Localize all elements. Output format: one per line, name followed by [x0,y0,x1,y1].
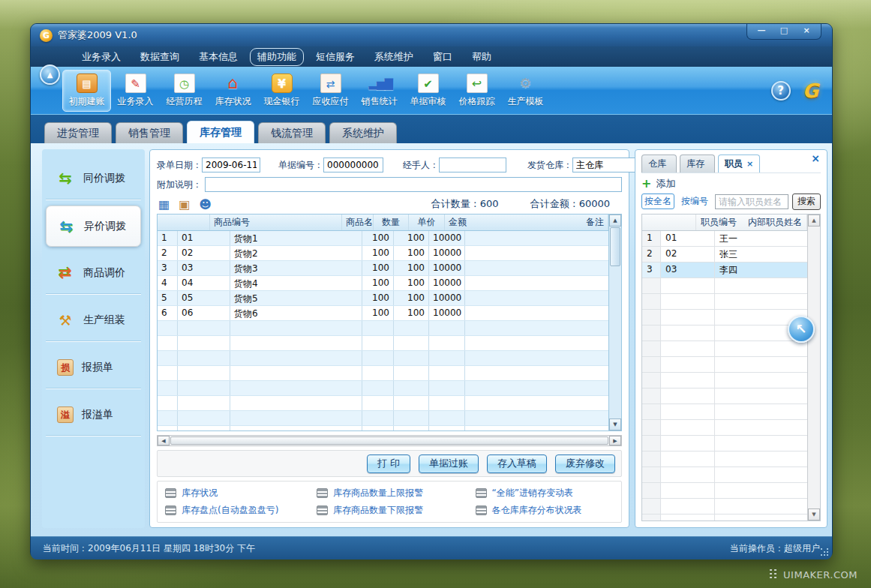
picker-icon[interactable]: ☻ [199,197,212,212]
staff-table-vscrollbar[interactable]: ▲ ▼ [807,214,820,520]
toolbar-item[interactable]: ✔ 单据审核 [404,70,452,112]
toolbar-item[interactable]: ↩ 价格跟踪 [452,70,501,112]
staff-row[interactable]: 2 02 张三 [642,247,807,262]
table-row[interactable]: 1 01 货物1 100 100 10000 [158,231,608,246]
doc-no-input[interactable] [323,158,383,172]
picker-icon[interactable]: ▦ [158,197,170,212]
staff-row[interactable] [642,404,807,420]
close-button[interactable]: × [797,26,816,37]
toolbar-item[interactable]: ⇄ 应收应付 [306,70,355,112]
toolbar-item[interactable]: ¥ 现金银行 [257,70,306,112]
table-row[interactable]: 5 05 货物5 100 100 10000 [158,291,608,306]
table-row[interactable]: 3 03 货物3 100 100 10000 [158,261,608,276]
staff-row[interactable] [642,514,807,520]
scroll-up-icon[interactable]: ▲ [609,214,621,226]
help-icon[interactable]: ? [771,81,791,100]
table-row[interactable] [158,336,608,351]
table-row[interactable] [158,381,608,396]
action-button[interactable]: 存入草稿 [487,454,547,473]
picker-icon[interactable]: ▣ [179,197,190,212]
date-input[interactable] [202,158,260,172]
menu-item[interactable]: 基本信息 [191,48,245,66]
lookup-tab[interactable]: 库存 [680,154,715,172]
toolbar-item[interactable]: ⚙ 生产模板 [501,70,550,112]
report-link[interactable]: 库存状况 [165,487,317,500]
menu-item[interactable]: 数据查询 [133,48,187,66]
table-row[interactable] [158,396,608,411]
sidebar-item[interactable]: ⚒ 生产组装 [46,300,141,341]
warehouse-input[interactable] [572,158,635,172]
lookup-tab[interactable]: 职员 × [718,154,760,172]
menu-item[interactable]: 系统维护 [367,48,421,66]
staff-row[interactable] [642,483,807,499]
scroll-down-icon[interactable]: ▼ [808,508,820,520]
staff-row[interactable] [642,310,807,326]
table-row[interactable] [158,411,608,426]
toolbar-item[interactable]: ⌂ 库存状况 [209,70,257,112]
table-row[interactable] [158,321,608,336]
staff-row[interactable] [642,436,807,452]
scroll-up-icon[interactable]: ▲ [808,214,820,226]
resize-grip[interactable] [821,548,829,556]
staff-row[interactable] [642,341,807,357]
handler-input[interactable] [439,158,506,172]
staff-row[interactable] [642,294,807,310]
toolbar-item[interactable]: ◷ 经营历程 [160,70,209,112]
sidebar-item[interactable]: ⇆ 同价调拨 [46,158,141,200]
staff-row[interactable] [642,357,807,373]
collapse-toolbar-button[interactable]: ▲ [40,64,60,85]
staff-row[interactable] [642,452,807,467]
panel-close-icon[interactable]: × [811,152,820,164]
staff-row[interactable] [642,420,807,436]
module-tab[interactable]: 钱流管理 [258,122,326,143]
sidebar-item[interactable]: ⇄ 商品调价 [46,253,141,294]
sidebar-item[interactable]: 溢 报溢单 [46,394,141,436]
action-button[interactable]: 单据过账 [419,454,479,473]
menu-item[interactable]: 辅助功能 [250,48,304,66]
staff-row[interactable] [642,373,807,388]
tab-close-icon[interactable]: × [746,159,753,169]
table-row[interactable] [158,351,608,366]
report-link[interactable]: 各仓库库存分布状况表 [476,504,620,517]
menu-item[interactable]: 帮助 [464,48,499,66]
staff-row[interactable] [642,388,807,404]
toolbar-item[interactable]: ▂▅▇ 销售统计 [355,70,404,112]
scroll-thumb[interactable] [170,436,608,445]
staff-row[interactable] [642,278,807,294]
search-input[interactable] [715,194,788,209]
toolbar-item[interactable]: ▤ 初期建账 [62,70,111,112]
scroll-down-icon[interactable]: ▼ [609,418,621,430]
table-row[interactable]: 4 04 货物4 100 100 10000 [158,276,608,291]
scroll-left-icon[interactable]: ◀ [158,436,170,446]
module-tab[interactable]: 系统维护 [329,122,397,143]
table-row[interactable]: 6 06 货物6 100 100 10000 [158,306,608,321]
note-input[interactable] [205,177,622,192]
items-table-vscrollbar[interactable]: ▲ ▼ [608,214,621,430]
report-link[interactable]: 库存盘点(自动盘盈盘亏) [165,504,317,517]
table-row[interactable] [158,366,608,381]
action-button[interactable]: 打 印 [367,454,410,473]
add-button[interactable]: 添加 [656,177,675,190]
items-table-hscrollbar[interactable]: ◀ ▶ [157,435,622,446]
table-row[interactable]: 2 02 货物2 100 100 10000 [158,246,608,261]
module-tab[interactable]: 进货管理 [44,122,112,143]
staff-row[interactable] [642,326,807,341]
menu-item[interactable]: 业务录入 [74,48,128,66]
action-button[interactable]: 废弃修改 [555,454,615,473]
scroll-thumb[interactable] [610,227,620,266]
staff-row[interactable]: 3 03 李四 [642,262,807,278]
menu-item[interactable]: 窗口 [425,48,460,66]
toolbar-item[interactable]: ✎ 业务录入 [111,70,160,112]
filter-by-name[interactable]: 按全名 [641,194,674,209]
module-tab[interactable]: 销售管理 [116,122,183,143]
staff-row[interactable]: 1 01 王一 [642,231,807,247]
maximize-button[interactable]: □ [774,26,794,37]
staff-row[interactable] [642,467,807,483]
module-tab[interactable]: 库存管理 [187,121,254,143]
menu-item[interactable]: 短信服务 [308,48,362,66]
staff-row[interactable] [642,499,807,514]
sidebar-item[interactable]: ⇆ 异价调拨 [46,206,141,247]
search-button[interactable]: 搜索 [792,194,821,210]
report-link[interactable]: “全能”进销存变动表 [476,487,620,500]
report-link[interactable]: 库存商品数量下限报警 [317,504,476,517]
